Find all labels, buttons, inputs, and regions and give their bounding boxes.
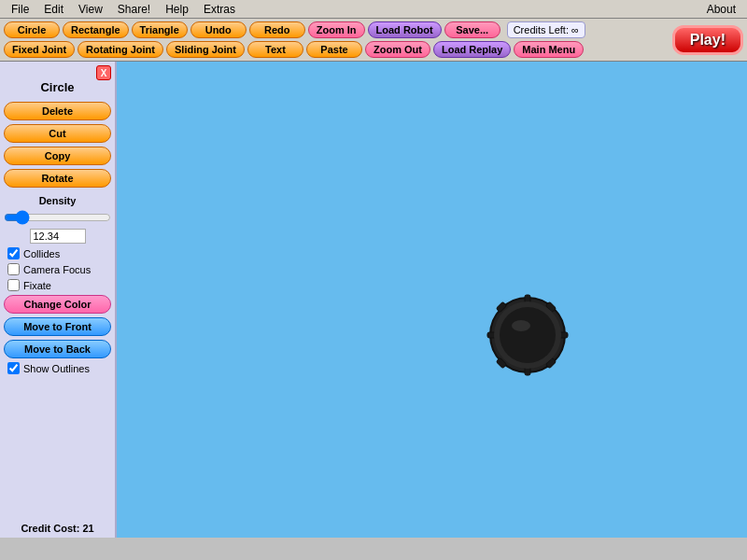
rectangle-btn[interactable]: Rectangle [63, 21, 129, 38]
sliding-joint-btn[interactable]: Sliding Joint [166, 41, 245, 58]
fixate-label: Fixate [23, 280, 51, 291]
text-btn[interactable]: Text [247, 41, 303, 58]
zoom-out-btn[interactable]: Zoom Out [365, 41, 430, 58]
main-menu-btn[interactable]: Main Menu [514, 41, 584, 58]
menu-share[interactable]: Share! [110, 1, 158, 18]
save-btn[interactable]: Save... [444, 21, 500, 38]
density-slider[interactable] [4, 210, 111, 225]
move-to-back-button[interactable]: Move to Back [4, 340, 111, 358]
camera-focus-checkbox[interactable] [7, 263, 20, 275]
credit-cost: Credit Cost: 21 [4, 519, 111, 534]
sidebar: X Circle Delete Cut Copy Rotate Density … [0, 62, 117, 538]
menu-view[interactable]: View [71, 1, 110, 18]
fixate-checkbox[interactable] [7, 279, 20, 291]
menubar: File Edit View Share! Help Extras About [0, 0, 747, 19]
main-area: X Circle Delete Cut Copy Rotate Density … [0, 62, 747, 538]
density-section: Density [4, 195, 111, 244]
copy-button[interactable]: Copy [4, 147, 111, 165]
menu-file[interactable]: File [4, 1, 36, 18]
toolbar-row1: Circle Rectangle Triangle Undo Redo Zoom… [4, 21, 666, 38]
rotate-button[interactable]: Rotate [4, 169, 111, 188]
load-replay-btn[interactable]: Load Replay [433, 41, 511, 58]
collides-label: Collides [23, 248, 60, 259]
circle-btn[interactable]: Circle [4, 21, 60, 38]
play-button[interactable]: Play! [672, 25, 743, 55]
toolbar-row2: Fixed Joint Rotating Joint Sliding Joint… [4, 41, 666, 58]
play-cell: Play! [669, 21, 743, 58]
toolbar: Circle Rectangle Triangle Undo Redo Zoom… [0, 19, 747, 62]
close-button[interactable]: X [96, 65, 111, 80]
density-value[interactable] [30, 229, 86, 244]
show-outlines-label: Show Outlines [23, 363, 90, 374]
show-outlines-row: Show Outlines [7, 362, 111, 374]
triangle-btn[interactable]: Triangle [132, 21, 188, 38]
density-label: Density [4, 195, 111, 206]
paste-btn[interactable]: Paste [306, 41, 362, 58]
collides-checkbox[interactable] [7, 247, 20, 259]
camera-focus-row: Camera Focus [7, 263, 111, 275]
menu-edit[interactable]: Edit [36, 1, 71, 18]
menu-help[interactable]: Help [158, 1, 196, 18]
fixate-row: Fixate [7, 279, 111, 291]
svg-point-10 [500, 307, 556, 363]
credits-display: Credits Left: ∞ [507, 21, 585, 38]
show-outlines-checkbox[interactable] [7, 362, 20, 374]
zoom-in-btn[interactable]: Zoom In [308, 21, 365, 38]
collides-row: Collides [7, 247, 111, 259]
svg-point-11 [512, 320, 530, 331]
fixed-joint-btn[interactable]: Fixed Joint [4, 41, 75, 58]
change-color-button[interactable]: Change Color [4, 295, 111, 314]
move-to-front-button[interactable]: Move to Front [4, 317, 111, 336]
menu-extras[interactable]: Extras [196, 1, 243, 18]
sidebar-title: Circle [4, 80, 111, 94]
menu-about[interactable]: About [699, 1, 743, 18]
redo-btn[interactable]: Redo [249, 21, 305, 38]
rotating-joint-btn[interactable]: Rotating Joint [78, 41, 163, 58]
delete-button[interactable]: Delete [4, 102, 111, 120]
canvas-area[interactable] [117, 62, 747, 538]
cut-button[interactable]: Cut [4, 124, 111, 143]
circle-object[interactable] [486, 293, 570, 377]
undo-btn[interactable]: Undo [190, 21, 247, 38]
load-robot-btn[interactable]: Load Robot [368, 21, 442, 38]
camera-focus-label: Camera Focus [23, 264, 91, 275]
